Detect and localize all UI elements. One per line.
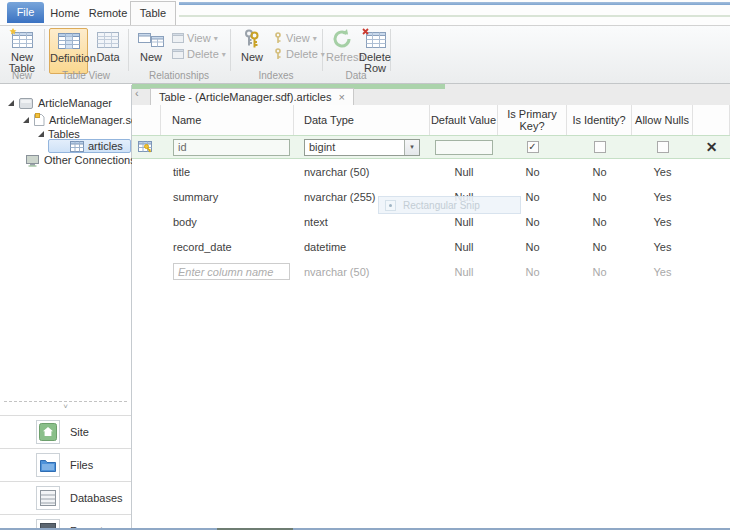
group-label-new: New — [0, 70, 44, 81]
data-type-cell: bigint ▾ — [294, 136, 430, 158]
database-file-icon — [33, 113, 45, 127]
document-tab[interactable]: Table - (ArticleManager.sdf).articles × — [150, 88, 354, 105]
tab-file[interactable]: File — [7, 2, 44, 23]
mini-key-icon — [273, 32, 283, 44]
snip-tooltip: Rectangular Snip — [378, 196, 521, 214]
databases-icon — [36, 486, 60, 510]
default-value-cell — [430, 136, 498, 158]
window-top-accent — [179, 2, 730, 5]
document-tab-bar: ‹ Table - (ArticleManager.sdf).articles … — [132, 84, 730, 105]
group-label-data: Data — [322, 70, 390, 81]
dropdown-arrow-icon: ▾ — [321, 50, 325, 59]
close-tab-icon[interactable]: × — [338, 92, 344, 103]
workspace-files[interactable]: Files — [0, 448, 131, 481]
allow-nulls-checkbox[interactable] — [657, 141, 669, 153]
tab-remote[interactable]: Remote — [86, 2, 130, 24]
delete-row-button[interactable]: Delete Row — [358, 28, 392, 74]
document-area: ‹ Table - (ArticleManager.sdf).articles … — [132, 85, 730, 530]
default-value-input[interactable] — [435, 140, 493, 155]
is-primary-key-cell: ✓ — [498, 136, 567, 158]
column-header-is-identity[interactable]: Is Identity? — [567, 105, 632, 135]
sidebar: ArticleManager ArticleManager.sdf Tables… — [0, 85, 132, 530]
column-header-is-primary-key[interactable]: Is Primary Key? — [498, 105, 567, 135]
tree-item-other-connections[interactable]: Other Connections — [25, 153, 136, 167]
dropdown-arrow-icon: ▾ — [222, 50, 226, 59]
delete-column-cell: ✕ — [693, 136, 730, 158]
relationships-new-button[interactable]: New — [133, 28, 169, 74]
indexes-delete-button[interactable]: Delete ▾ — [273, 47, 325, 61]
data-view-icon — [90, 28, 126, 50]
definition-icon — [50, 29, 87, 51]
tab-home[interactable]: Home — [45, 2, 85, 24]
tree-expander-icon[interactable] — [23, 117, 29, 123]
dropdown-arrow-icon: ▾ — [214, 34, 218, 43]
table-row-title[interactable]: title nvarchar (50) Null No No Yes — [132, 159, 730, 184]
delete-row-icon — [358, 28, 392, 50]
database-icon — [18, 97, 34, 110]
refresh-icon — [326, 28, 358, 50]
tree-item-articlemanager-sdf[interactable]: ArticleManager.sdf — [23, 113, 140, 127]
splitter-chevron-icon[interactable]: ˅ — [0, 403, 131, 411]
indexes-view-button[interactable]: View ▾ — [273, 31, 317, 45]
table-icon — [70, 141, 84, 152]
identity-checkbox[interactable] — [594, 141, 606, 153]
group-label-indexes: Indexes — [230, 70, 322, 81]
sidebar-collapse-icon[interactable]: ‹ — [135, 88, 139, 99]
column-header-name[interactable]: Name — [161, 105, 294, 135]
ribbon-tab-strip: File Home Remote Table — [0, 0, 730, 25]
tree-expander-icon[interactable] — [8, 100, 14, 106]
refresh-button[interactable]: Refresh — [326, 28, 358, 74]
webmatrix-window: File Home Remote Table New Table New — [0, 0, 730, 530]
files-icon — [36, 453, 60, 477]
group-label-table-view: Table View — [44, 70, 128, 81]
table-row-record-date[interactable]: record_date datetime Null No No Yes — [132, 234, 730, 259]
relationships-view-button[interactable]: View ▾ — [172, 31, 218, 45]
new-column-name-input[interactable] — [173, 263, 290, 280]
name-cell — [161, 136, 294, 158]
new-table-icon — [2, 28, 42, 50]
grid-header: Name Data Type Default Value Is Primary … — [132, 105, 730, 135]
site-icon — [36, 420, 60, 444]
relationships-new-icon — [133, 28, 169, 50]
indexes-new-icon — [235, 28, 269, 50]
tree-item-articles[interactable]: articles — [48, 139, 131, 153]
group-separator — [44, 29, 45, 71]
row-edit-indicator-icon — [132, 136, 161, 158]
column-header-data-type[interactable]: Data Type — [294, 105, 430, 135]
edit-row-id: bigint ▾ ✓ ✕ — [132, 135, 730, 159]
definition-button[interactable]: Definition — [49, 28, 88, 74]
delete-column-icon[interactable]: ✕ — [706, 140, 718, 154]
is-identity-cell — [567, 136, 632, 158]
tree-item-articlemanager[interactable]: ArticleManager — [8, 96, 112, 110]
data-view-button[interactable]: Data — [90, 28, 126, 74]
relationships-delete-button[interactable]: Delete ▾ — [172, 47, 226, 61]
data-type-dropdown[interactable]: bigint ▾ — [304, 139, 420, 156]
computer-icon — [25, 154, 40, 167]
indexes-new-button[interactable]: New — [235, 28, 269, 74]
group-separator — [128, 29, 129, 71]
tree-expander-icon[interactable] — [38, 131, 44, 137]
grid-header-gutter — [132, 105, 161, 135]
allow-nulls-cell — [632, 136, 693, 158]
primary-key-checkbox[interactable]: ✓ — [527, 141, 539, 153]
contextual-tab-accent-line — [179, 15, 730, 17]
column-header-default-value[interactable]: Default Value — [430, 105, 498, 135]
column-name-input[interactable] — [173, 139, 290, 156]
document-tab-title: Table - (ArticleManager.sdf).articles — [159, 91, 331, 103]
workspace-site[interactable]: Site — [0, 415, 131, 448]
workspace-databases[interactable]: Databases — [0, 481, 131, 514]
snip-icon — [385, 200, 396, 211]
dropdown-arrow-icon[interactable]: ▾ — [404, 140, 419, 155]
column-header-actions — [693, 105, 730, 135]
group-separator — [230, 29, 231, 71]
column-header-allow-nulls[interactable]: Allow Nulls — [632, 105, 693, 135]
group-label-relationships: Relationships — [128, 70, 230, 81]
dropdown-arrow-icon: ▾ — [313, 34, 317, 43]
new-column-row: nvarchar (50) Null No No Yes — [132, 259, 730, 284]
mini-table-icon — [172, 49, 184, 59]
new-table-button[interactable]: New Table — [2, 28, 42, 74]
tab-table[interactable]: Table — [130, 1, 176, 25]
ribbon: New Table New Definition Dat — [0, 25, 730, 84]
mini-table-icon — [172, 33, 184, 43]
table-definition-grid: Name Data Type Default Value Is Primary … — [132, 105, 730, 530]
